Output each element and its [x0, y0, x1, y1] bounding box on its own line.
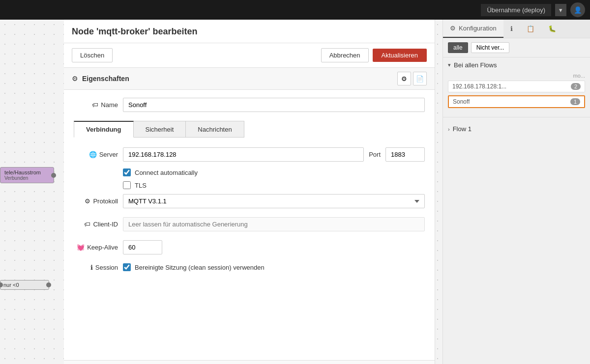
filter-unused-btn[interactable]: Nicht ver...: [471, 42, 510, 53]
globe-icon: 🌐: [89, 151, 97, 158]
protocol-row: ⚙ Protokoll MQTT V3.1.1 MQTT V5 MQTT V3.…: [74, 194, 425, 208]
port-label: Port: [369, 151, 381, 158]
top-bar: Übernahme (deploy) ▾ 👤: [0, 0, 590, 20]
sidebar-node-item-192[interactable]: 192.168.178.128:1... 2: [448, 81, 585, 92]
server-row: 🌐 Server Port: [74, 147, 425, 162]
bug-icon-tab: 🐛: [548, 25, 556, 32]
doc-icon-btn[interactable]: 📄: [413, 72, 427, 85]
tls-row: TLS: [123, 181, 425, 189]
config-label: Konfiguration: [459, 25, 497, 32]
clientid-label: 🏷 Client-ID: [74, 221, 118, 228]
flow1-header[interactable]: › Flow 1: [448, 123, 585, 135]
node-item-count-192: 2: [571, 83, 581, 90]
session-checkbox-wrapper: Bereinigte Sitzung (clean session) verwe…: [123, 263, 265, 271]
sidebar-tab-info[interactable]: ℹ: [503, 20, 520, 38]
session-label: ℹ Session: [74, 264, 118, 271]
sidebar-divider: [443, 117, 590, 117]
port-input[interactable]: [385, 147, 425, 162]
all-flows-title: Bei allen Flows: [454, 61, 497, 69]
form-area: 🏷 Name Verbindung Sicherheit Nachrichten: [64, 90, 435, 288]
session-checkbox-label[interactable]: Bereinigte Sitzung (clean session) verwe…: [135, 264, 265, 271]
protocol-label: ⚙ Protokoll: [74, 197, 118, 205]
sidebar-tabs: ⚙ Konfiguration ℹ 📋 🐛: [443, 20, 590, 38]
info-icon-tab: ℹ: [510, 25, 513, 32]
delete-button[interactable]: Löschen: [72, 48, 113, 62]
name-row: 🏷 Name: [74, 98, 425, 112]
dialog-header: Node 'mqtt-broker' bearbeiten: [64, 20, 435, 43]
cancel-button[interactable]: Abbrechen: [321, 48, 369, 62]
deploy-chevron-button[interactable]: ▾: [555, 4, 566, 16]
connect-auto-row: Connect automatically: [123, 168, 425, 176]
update-button[interactable]: Aktualisieren: [373, 49, 427, 62]
tls-label[interactable]: TLS: [135, 182, 147, 189]
flow1-title: Flow 1: [453, 125, 472, 133]
heart-icon: 💓: [77, 244, 85, 251]
connect-auto-checkbox[interactable]: [123, 168, 131, 176]
connect-auto-label[interactable]: Connect automatically: [135, 169, 198, 176]
main-area: tele/Hausstrom Verbunden nur <0 Node 'mq…: [0, 20, 590, 364]
filter-all-btn[interactable]: alle: [448, 42, 468, 53]
dialog-footer: 📄 Aktiviert 👤 1 Bei allen Flows: [64, 360, 435, 364]
info-icon: ℹ: [90, 264, 93, 271]
clientid-row: 🏷 Client-ID: [74, 217, 425, 231]
right-sidebar: ⚙ Konfiguration ℹ 📋 🐛 alle Nicht ver...: [442, 20, 590, 364]
deploy-label: Übernahme (deploy): [487, 6, 545, 14]
keepalive-input[interactable]: [123, 240, 162, 254]
dialog-toolbar: Löschen Abbrechen Aktualisieren: [64, 43, 435, 68]
tab-sicherheit[interactable]: Sicherheit: [134, 121, 186, 138]
doc-icon-tab: 📋: [527, 25, 534, 32]
canvas-area: tele/Hausstrom Verbunden nur <0 Node 'mq…: [0, 20, 442, 364]
keepalive-label: 💓 Keep-Alive: [74, 244, 118, 251]
tab-nachrichten[interactable]: Nachrichten: [186, 121, 244, 138]
name-label: 🏷 Name: [74, 101, 118, 109]
session-row: ℹ Session Bereinigte Sitzung (clean sess…: [74, 263, 425, 271]
sidebar-section-all-flows: ▾ Bei allen Flows mo... 192.168.178.128:…: [443, 57, 590, 115]
clientid-input[interactable]: [123, 217, 425, 231]
tag-icon: 🏷: [92, 101, 98, 109]
user-menu-button[interactable]: 👤: [570, 2, 585, 17]
sidebar-tab-debug[interactable]: 🐛: [541, 20, 563, 38]
tls-checkbox[interactable]: [123, 181, 131, 189]
settings-icon-btn[interactable]: ⚙: [397, 72, 411, 85]
user-icon: 👤: [574, 6, 582, 14]
server-input[interactable]: [123, 147, 364, 162]
dialog-overlay: Node 'mqtt-broker' bearbeiten Löschen Ab…: [0, 20, 442, 364]
tag-icon2: 🏷: [84, 221, 90, 228]
node-item-label-sonoff: Sonoff: [453, 98, 470, 105]
sidebar-filter-buttons: alle Nicht ver...: [443, 38, 590, 57]
properties-section-header: ⚙ Eigenschaften ⚙ 📄: [64, 68, 435, 90]
sidebar-tab-config[interactable]: ⚙ Konfiguration: [443, 20, 503, 38]
sidebar-node-item-sonoff[interactable]: Sonoff 1: [448, 95, 585, 108]
dialog-title: Node 'mqtt-broker' bearbeiten: [72, 27, 427, 37]
node-item-label-192: 192.168.178.128:1...: [452, 83, 506, 90]
connection-tabs: Verbindung Sicherheit Nachrichten: [74, 121, 425, 138]
name-input[interactable]: [123, 98, 425, 112]
tab-verbindung[interactable]: Verbindung: [74, 121, 134, 138]
sidebar-more-label: mo...: [448, 73, 585, 79]
edit-dialog: Node 'mqtt-broker' bearbeiten Löschen Ab…: [64, 20, 435, 364]
all-flows-header[interactable]: ▾ Bei allen Flows: [448, 61, 585, 69]
flow1-chevron-icon: ›: [448, 126, 450, 132]
gear-icon2: ⚙: [85, 197, 90, 205]
keepalive-row: 💓 Keep-Alive: [74, 240, 425, 254]
server-label: 🌐 Server: [74, 151, 118, 158]
protocol-select[interactable]: MQTT V3.1.1 MQTT V5 MQTT V3.1: [123, 194, 425, 208]
sidebar-section-flow1: › Flow 1: [443, 119, 590, 140]
section-icons: ⚙ 📄: [397, 72, 427, 85]
gear-icon: ⚙: [72, 75, 78, 83]
config-icon: ⚙: [450, 25, 456, 32]
node-item-count-sonoff: 1: [570, 98, 580, 105]
session-checkbox[interactable]: [123, 263, 131, 271]
sidebar-tab-doc[interactable]: 📋: [520, 20, 541, 38]
properties-label: Eigenschaften: [82, 75, 129, 83]
dialog-body: ⚙ Eigenschaften ⚙ 📄: [64, 68, 435, 360]
chevron-icon: ▾: [448, 62, 451, 68]
deploy-button[interactable]: Übernahme (deploy): [481, 4, 551, 16]
chevron-down-icon: ▾: [559, 6, 562, 14]
